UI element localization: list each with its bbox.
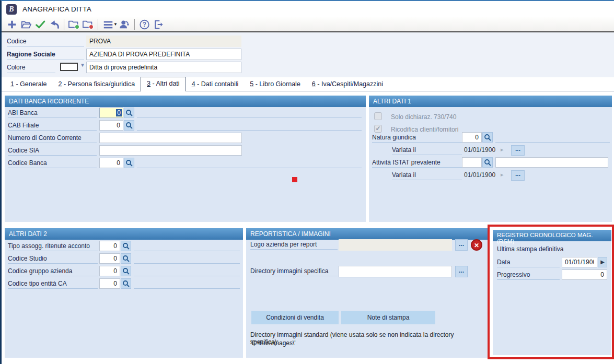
panel-reportistica-title: REPORTISTICA / IMMAGINI xyxy=(246,228,488,240)
data-arrow-icon[interactable]: ▶ xyxy=(598,257,607,267)
tipo-assogg-label: Tipo assogg. ritenute acconto xyxy=(8,241,98,251)
attivita-istat-desc-input[interactable] xyxy=(495,157,608,168)
variata-il-2-value: 01/01/1900 xyxy=(464,170,501,180)
directory-standard-path: 'C:\Bus\Images\' xyxy=(250,339,296,347)
copy-out-folder-icon[interactable] xyxy=(81,18,95,31)
variata-il-1-label: Variata il xyxy=(392,145,462,155)
codice-gruppo-lookup-icon[interactable] xyxy=(121,266,131,276)
codice-tipo-lookup-icon[interactable] xyxy=(121,278,131,289)
codice-tipo-entita-input[interactable] xyxy=(99,278,120,289)
attivita-istat-input[interactable] xyxy=(462,157,482,168)
tab-persona-fisica[interactable]: 2 - Persona fisica/giuridica xyxy=(52,78,141,91)
red-highlight-box: REGISTRO CRONOLOGICO MAG. (RSM) Ultima s… xyxy=(488,225,614,359)
codice-studio-lookup-icon[interactable] xyxy=(121,253,131,264)
exit-icon[interactable] xyxy=(152,18,166,31)
confirm-check-icon[interactable] xyxy=(33,18,47,31)
solo-dichiaraz-checkbox[interactable]: ✓ xyxy=(374,112,382,120)
codice-tipo-underline xyxy=(134,278,240,289)
progressivo-input[interactable] xyxy=(562,269,607,280)
title-bar: B ANAGRAFICA DITTA xyxy=(2,1,614,17)
natura-giuridica-input[interactable] xyxy=(462,132,482,143)
variata-1-arrow-icon[interactable]: ▸ xyxy=(501,145,504,153)
cab-filiale-input[interactable] xyxy=(99,120,123,131)
copy-in-folder-icon[interactable] xyxy=(67,18,81,31)
codice-banca-underline xyxy=(137,158,362,168)
solo-dichiaraz-label: Solo dichiaraz. 730/740 xyxy=(391,113,456,121)
codice-value: PROVA xyxy=(86,36,241,47)
conto-corrente-label: Numero di Conto Corrente xyxy=(8,133,97,143)
logo-azienda-label: Logo azienda per report xyxy=(250,239,338,250)
codice-gruppo-input[interactable] xyxy=(99,266,120,276)
abi-lookup-icon[interactable] xyxy=(124,108,134,118)
codice-studio-input[interactable] xyxy=(99,253,120,264)
conto-corrente-input[interactable] xyxy=(99,133,242,143)
variata-2-browse-button[interactable]: ... xyxy=(511,170,525,181)
ragione-sociale-input[interactable] xyxy=(86,49,241,60)
ricodifica-checkbox[interactable]: ✓ xyxy=(374,125,382,133)
menu-icon[interactable] xyxy=(101,18,115,31)
condizioni-vendita-button[interactable]: Condizioni di vendita xyxy=(251,311,339,324)
colore-label: Colore xyxy=(7,62,55,73)
app-logo-icon: B xyxy=(6,4,17,15)
panel-altri-dati-2-title: ALTRI DATI 2 xyxy=(5,228,243,240)
cab-filiale-label: CAB Filiale xyxy=(8,120,97,131)
attivita-istat-label: Attività ISTAT prevalente xyxy=(372,157,462,168)
codice-gruppo-label: Codice gruppo azienda xyxy=(8,266,98,276)
codice-banca-input[interactable] xyxy=(99,158,123,168)
tab-generale[interactable]: 1 - Generale xyxy=(5,78,52,91)
tipo-assogg-input[interactable] xyxy=(99,241,120,251)
codice-studio-underline xyxy=(134,253,240,264)
directory-browse-button[interactable]: ... xyxy=(455,266,468,277)
codice-banca-lookup-icon[interactable] xyxy=(124,158,134,168)
tab-altri-dati[interactable]: 3 - Altri dati xyxy=(141,77,186,91)
open-folder-icon[interactable] xyxy=(19,18,33,31)
panel-altri-dati-2: ALTRI DATI 2 Tipo assogg. ritenute accon… xyxy=(5,228,243,358)
help-icon[interactable]: ? xyxy=(137,18,152,31)
logo-remove-icon[interactable]: ✕ xyxy=(471,239,482,251)
natura-lookup-icon[interactable] xyxy=(482,132,493,143)
tab-dati-contabili[interactable]: 4 - Dati contabili xyxy=(186,78,245,91)
undo-icon[interactable] xyxy=(47,18,61,31)
codice-banca-label: Codice Banca xyxy=(8,158,97,168)
cab-lookup-icon[interactable] xyxy=(124,120,134,131)
color-swatch[interactable] xyxy=(60,63,78,71)
istat-lookup-icon[interactable] xyxy=(482,157,493,168)
variata-il-1-value: 01/01/1900 xyxy=(464,145,501,155)
window-title: ANAGRAFICA DITTA xyxy=(22,5,91,13)
panel-registro: REGISTRO CRONOLOGICO MAG. (RSM) Ultima s… xyxy=(493,230,611,355)
tab-iva-cespiti[interactable]: 6 - Iva/Cespiti/Magazzini xyxy=(306,78,389,91)
codice-studio-label: Codice Studio xyxy=(8,253,98,264)
color-dropdown-icon[interactable]: ▼ xyxy=(80,62,85,68)
tab-libro-giornale[interactable]: 5 - Libro Giornale xyxy=(244,78,306,91)
logo-browse-button[interactable]: ... xyxy=(455,239,468,251)
abi-banca-label: ABI Banca xyxy=(8,108,97,118)
variata-1-browse-button[interactable]: ... xyxy=(511,145,525,156)
menu-caret-icon[interactable]: ▼ xyxy=(113,22,118,27)
ragione-sociale-label: Ragione Sociale xyxy=(7,49,84,60)
data-input[interactable] xyxy=(562,257,597,267)
codice-sia-label: Codice SIA xyxy=(8,145,97,156)
variata-il-2-label: Variata il xyxy=(392,170,462,180)
tipo-assogg-lookup-icon[interactable] xyxy=(121,241,131,251)
variata-2-arrow-icon[interactable]: ▸ xyxy=(501,170,504,178)
tab-strip: 1 - Generale 2 - Persona fisica/giuridic… xyxy=(2,77,614,91)
add-icon[interactable] xyxy=(5,18,19,31)
codice-label: Codice xyxy=(7,36,84,47)
directory-specifica-label: Directory immagini specifica xyxy=(250,266,338,276)
codice-gruppo-underline xyxy=(134,266,240,276)
note-stampa-button[interactable]: Note di stampa xyxy=(341,311,435,324)
data-label: Data xyxy=(497,257,560,267)
toolbar-divider xyxy=(134,19,135,30)
directory-specifica-input[interactable] xyxy=(339,266,452,277)
natura-desc-underline xyxy=(495,132,610,143)
descrizione-input[interactable] xyxy=(86,62,241,73)
red-marker xyxy=(292,177,297,182)
support-person-icon[interactable] xyxy=(118,18,132,31)
progressivo-label: Progressivo xyxy=(497,269,560,280)
abi-banca-input[interactable]: 0 xyxy=(99,108,123,118)
company-header-area: Codice PROVA Ragione Sociale Colore ▼ xyxy=(2,32,614,77)
abi-desc-underline xyxy=(137,108,362,118)
codice-tipo-entita-label: Codice tipo entità CA xyxy=(8,278,98,289)
tipo-assogg-underline xyxy=(134,241,240,251)
codice-sia-input[interactable] xyxy=(99,145,242,156)
